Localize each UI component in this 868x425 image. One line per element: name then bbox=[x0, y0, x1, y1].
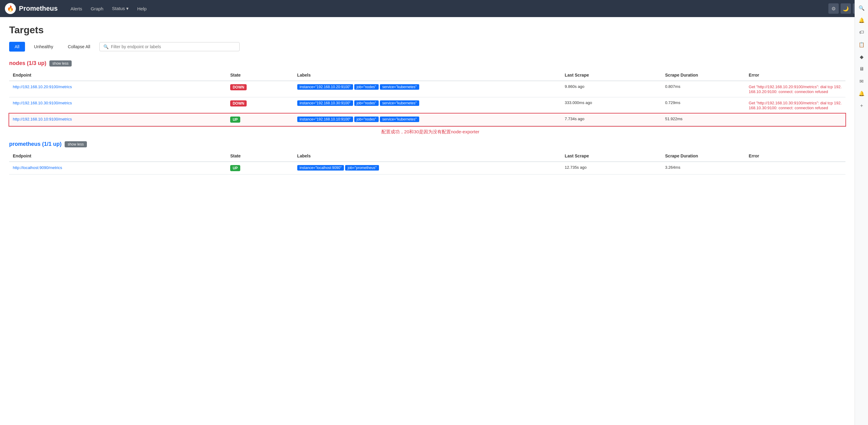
col-header-state: State bbox=[226, 150, 293, 162]
state-cell: DOWN bbox=[226, 81, 293, 97]
search-input[interactable] bbox=[111, 44, 236, 49]
app-title: Prometheus bbox=[19, 5, 58, 12]
nav-links: Alerts Graph Status ▾ Help bbox=[67, 3, 150, 14]
sidebar-send-icon[interactable]: ✉ bbox=[856, 76, 867, 87]
endpoint-cell: http://192.168.10.20:9100/metrics bbox=[9, 81, 226, 97]
state-badge-up: UP bbox=[230, 117, 240, 123]
prometheus-table: Endpoint State Labels Last Scrape Scrape… bbox=[9, 150, 845, 174]
nav-alerts[interactable]: Alerts bbox=[67, 4, 86, 14]
scrape-duration-cell: 0.729ms bbox=[661, 97, 745, 113]
sidebar-bell-icon[interactable]: 🔔 bbox=[856, 15, 867, 26]
label-pill: service="kubernetes" bbox=[380, 84, 419, 90]
unhealthy-button[interactable]: Unhealthy bbox=[29, 42, 59, 52]
nav-graph[interactable]: Graph bbox=[87, 4, 107, 14]
sidebar-tag-icon[interactable]: 🏷 bbox=[856, 27, 867, 38]
collapse-all-button[interactable]: Collapse All bbox=[62, 42, 96, 52]
scrape-duration-cell: 51.922ms bbox=[661, 113, 745, 126]
state-badge-up: UP bbox=[230, 165, 240, 171]
nodes-table: Endpoint State Labels Last Scrape Scrape… bbox=[9, 69, 845, 126]
nav-status[interactable]: Status ▾ bbox=[108, 3, 132, 14]
sidebar-monitor-icon[interactable]: 🖥 bbox=[856, 63, 867, 75]
sidebar-add-icon[interactable]: ＋ bbox=[856, 100, 867, 111]
search-container: 🔍 bbox=[99, 42, 240, 51]
last-scrape-cell: 12.735s ago bbox=[561, 162, 661, 174]
labels-cell: instance="192.168.10.30:9100" job="nodes… bbox=[293, 97, 561, 113]
nav-help[interactable]: Help bbox=[133, 4, 150, 14]
error-cell: Get "http://192.168.10.20:9100/metrics":… bbox=[745, 81, 845, 97]
col-header-labels: Labels bbox=[293, 150, 561, 162]
table-row: http://localhost:9090/metrics UP instanc… bbox=[9, 162, 845, 174]
col-header-error: Error bbox=[745, 69, 845, 81]
labels-cell: instance="localhost:9090" job="prometheu… bbox=[293, 162, 561, 174]
prometheus-section-title: prometheus (1/1 up) bbox=[9, 141, 62, 147]
all-button[interactable]: All bbox=[9, 42, 25, 52]
nodes-section: nodes (1/3 up) show less Endpoint State … bbox=[9, 60, 845, 135]
brand: 🔥 Prometheus bbox=[5, 3, 58, 14]
prometheus-show-less-button[interactable]: show less bbox=[65, 141, 87, 147]
labels-cell: instance="192.168.10.10:9100" job="nodes… bbox=[293, 113, 561, 126]
table-row: http://192.168.10.30:9100/metrics DOWN i… bbox=[9, 97, 845, 113]
sidebar-shape-icon[interactable]: ◆ bbox=[856, 51, 867, 62]
label-pills: instance="192.168.10.10:9100" job="nodes… bbox=[297, 117, 558, 122]
sidebar-clipboard-icon[interactable]: 📋 bbox=[856, 39, 867, 50]
error-text: Get "http://192.168.10.20:9100/metrics":… bbox=[749, 85, 842, 94]
navbar: 🔥 Prometheus Alerts Graph Status ▾ Help … bbox=[0, 0, 868, 17]
col-header-endpoint: Endpoint bbox=[9, 69, 226, 81]
state-badge-down: DOWN bbox=[230, 101, 247, 107]
error-cell: Get "http://192.168.10.30:9100/metrics":… bbox=[745, 97, 845, 113]
endpoint-link[interactable]: http://192.168.10.10:9100/metrics bbox=[13, 117, 72, 121]
col-header-error: Error bbox=[745, 150, 845, 162]
col-header-endpoint: Endpoint bbox=[9, 150, 226, 162]
endpoint-link[interactable]: http://192.168.10.30:9100/metrics bbox=[13, 101, 72, 105]
filter-bar: All Unhealthy Collapse All 🔍 bbox=[9, 42, 845, 52]
col-header-state: State bbox=[226, 69, 293, 81]
annotation-text: 配置成功，20和30是因为没有配置node-exporter bbox=[381, 129, 479, 134]
nodes-section-header: nodes (1/3 up) show less bbox=[9, 60, 845, 66]
last-scrape-cell: 9.860s ago bbox=[561, 81, 661, 97]
right-sidebar: 🔍 🔔 🏷 📋 ◆ 🖥 ✉ 🔔 ＋ bbox=[855, 0, 868, 191]
dark-mode-button[interactable]: 🌙 bbox=[841, 3, 851, 14]
state-cell: UP bbox=[226, 113, 293, 126]
error-text: Get "http://192.168.10.30:9100/metrics":… bbox=[749, 101, 842, 110]
last-scrape-cell: 7.734s ago bbox=[561, 113, 661, 126]
nodes-show-less-button[interactable]: show less bbox=[50, 60, 72, 66]
endpoint-cell: http://192.168.10.10:9100/metrics bbox=[9, 113, 226, 126]
label-pills: instance="192.168.10.30:9100" job="nodes… bbox=[297, 101, 558, 106]
labels-cell: instance="192.168.10.20:9100" job="nodes… bbox=[293, 81, 561, 97]
state-cell: UP bbox=[226, 162, 293, 174]
col-header-labels: Labels bbox=[293, 69, 561, 81]
main-content: Targets All Unhealthy Collapse All 🔍 nod… bbox=[0, 17, 855, 191]
page-title: Targets bbox=[9, 24, 845, 36]
label-pills: instance="192.168.10.20:9100" job="nodes… bbox=[297, 84, 558, 90]
nodes-table-header: Endpoint State Labels Last Scrape Scrape… bbox=[9, 69, 845, 81]
sidebar-search-icon[interactable]: 🔍 bbox=[856, 2, 867, 13]
col-header-scrape-duration: Scrape Duration bbox=[661, 150, 745, 162]
prometheus-section: prometheus (1/1 up) show less Endpoint S… bbox=[9, 141, 845, 174]
label-pill: job="prometheus" bbox=[345, 165, 379, 171]
state-cell: DOWN bbox=[226, 97, 293, 113]
label-pill: job="nodes" bbox=[354, 101, 379, 106]
settings-button[interactable]: ⚙ bbox=[828, 3, 839, 14]
label-pills: instance="localhost:9090" job="prometheu… bbox=[297, 165, 558, 171]
error-cell bbox=[745, 113, 845, 126]
label-pill: service="kubernetes" bbox=[380, 101, 419, 106]
label-pill: instance="localhost:9090" bbox=[297, 165, 344, 171]
label-pill: service="kubernetes" bbox=[380, 117, 419, 122]
prometheus-section-header: prometheus (1/1 up) show less bbox=[9, 141, 845, 147]
state-badge-down: DOWN bbox=[230, 84, 247, 90]
endpoint-cell: http://192.168.10.30:9100/metrics bbox=[9, 97, 226, 113]
table-row: http://192.168.10.20:9100/metrics DOWN i… bbox=[9, 81, 845, 97]
prometheus-table-header: Endpoint State Labels Last Scrape Scrape… bbox=[9, 150, 845, 162]
label-pill: instance="192.168.10.10:9100" bbox=[297, 117, 353, 122]
label-pill: instance="192.168.10.20:9100" bbox=[297, 84, 353, 90]
endpoint-link[interactable]: http://192.168.10.20:9100/metrics bbox=[13, 85, 72, 89]
search-icon: 🔍 bbox=[103, 44, 108, 49]
table-row: http://192.168.10.10:9100/metrics UP ins… bbox=[9, 113, 845, 126]
col-header-scrape-duration: Scrape Duration bbox=[661, 69, 745, 81]
label-pill: job="nodes" bbox=[354, 84, 379, 90]
sidebar-alert-icon[interactable]: 🔔 bbox=[856, 88, 867, 99]
logo-icon: 🔥 bbox=[5, 3, 16, 14]
endpoint-link[interactable]: http://localhost:9090/metrics bbox=[13, 165, 62, 170]
error-cell bbox=[745, 162, 845, 174]
annotation-container: 配置成功，20和30是因为没有配置node-exporter bbox=[9, 129, 845, 135]
